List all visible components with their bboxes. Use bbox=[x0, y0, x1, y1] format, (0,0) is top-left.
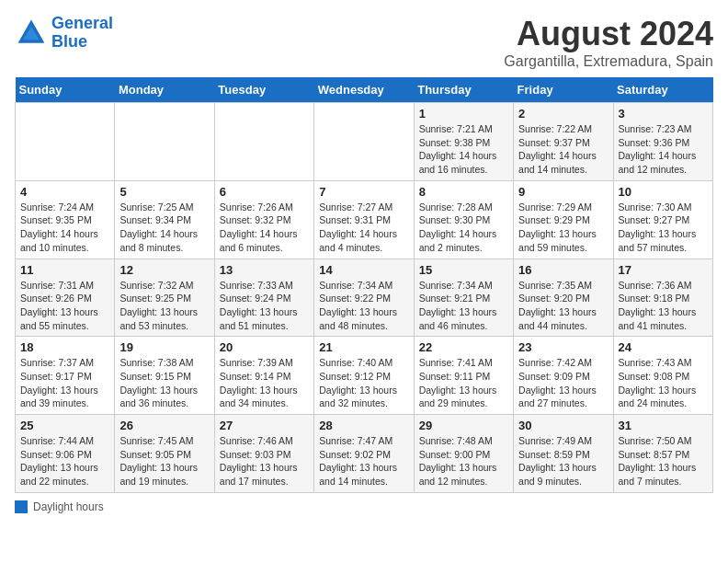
day-info: Sunrise: 7:27 AM Sunset: 9:31 PM Dayligh… bbox=[319, 201, 408, 255]
day-number: 27 bbox=[220, 419, 309, 432]
day-number: 4 bbox=[20, 185, 109, 199]
footer: Daylight hours bbox=[15, 500, 713, 513]
day-info: Sunrise: 7:36 AM Sunset: 9:18 PM Dayligh… bbox=[619, 279, 708, 333]
calendar-cell: 4Sunrise: 7:24 AM Sunset: 9:35 PM Daylig… bbox=[16, 180, 115, 259]
calendar-cell: 3Sunrise: 7:23 AM Sunset: 9:36 PM Daylig… bbox=[613, 103, 712, 181]
calendar-cell: 22Sunrise: 7:41 AM Sunset: 9:11 PM Dayli… bbox=[414, 337, 513, 415]
day-number: 3 bbox=[619, 107, 708, 121]
day-number: 10 bbox=[619, 185, 708, 199]
day-info: Sunrise: 7:50 AM Sunset: 8:57 PM Dayligh… bbox=[619, 434, 708, 488]
day-number: 11 bbox=[20, 263, 109, 277]
day-info: Sunrise: 7:42 AM Sunset: 9:09 PM Dayligh… bbox=[518, 356, 608, 410]
logo-general: General bbox=[51, 14, 113, 32]
day-number: 15 bbox=[419, 263, 508, 277]
day-info: Sunrise: 7:21 AM Sunset: 9:38 PM Dayligh… bbox=[419, 122, 508, 177]
calendar-cell bbox=[214, 103, 313, 181]
weekday-header-friday: Friday bbox=[514, 77, 613, 103]
weekday-header-monday: Monday bbox=[115, 77, 214, 103]
calendar-week-5: 25Sunrise: 7:44 AM Sunset: 9:06 PM Dayli… bbox=[16, 415, 713, 493]
day-number: 2 bbox=[518, 107, 608, 121]
day-number: 1 bbox=[419, 107, 508, 121]
day-info: Sunrise: 7:26 AM Sunset: 9:32 PM Dayligh… bbox=[220, 201, 309, 255]
calendar-cell: 15Sunrise: 7:34 AM Sunset: 9:21 PM Dayli… bbox=[414, 259, 513, 337]
calendar-cell: 23Sunrise: 7:42 AM Sunset: 9:09 PM Dayli… bbox=[514, 337, 613, 415]
calendar-body: 1Sunrise: 7:21 AM Sunset: 9:38 PM Daylig… bbox=[16, 103, 713, 493]
day-number: 13 bbox=[220, 263, 309, 277]
day-info: Sunrise: 7:28 AM Sunset: 9:30 PM Dayligh… bbox=[419, 201, 508, 255]
day-info: Sunrise: 7:40 AM Sunset: 9:12 PM Dayligh… bbox=[319, 356, 408, 410]
weekday-header-thursday: Thursday bbox=[414, 77, 513, 103]
weekday-header-sunday: Sunday bbox=[16, 77, 115, 103]
day-info: Sunrise: 7:43 AM Sunset: 9:08 PM Dayligh… bbox=[619, 356, 708, 410]
calendar-cell: 31Sunrise: 7:50 AM Sunset: 8:57 PM Dayli… bbox=[613, 415, 712, 493]
day-info: Sunrise: 7:34 AM Sunset: 9:22 PM Dayligh… bbox=[319, 279, 408, 333]
day-number: 18 bbox=[20, 340, 109, 354]
weekday-row: SundayMondayTuesdayWednesdayThursdayFrid… bbox=[16, 77, 713, 103]
calendar-cell: 11Sunrise: 7:31 AM Sunset: 9:26 PM Dayli… bbox=[16, 259, 115, 337]
calendar-cell: 21Sunrise: 7:40 AM Sunset: 9:12 PM Dayli… bbox=[314, 337, 414, 415]
calendar-cell: 9Sunrise: 7:29 AM Sunset: 9:29 PM Daylig… bbox=[514, 180, 613, 259]
day-info: Sunrise: 7:45 AM Sunset: 9:05 PM Dayligh… bbox=[119, 434, 209, 488]
logo-text: General Blue bbox=[51, 15, 113, 52]
day-number: 28 bbox=[319, 419, 408, 432]
day-info: Sunrise: 7:25 AM Sunset: 9:34 PM Dayligh… bbox=[119, 201, 209, 255]
calendar-cell: 13Sunrise: 7:33 AM Sunset: 9:24 PM Dayli… bbox=[214, 259, 313, 337]
calendar-cell: 27Sunrise: 7:46 AM Sunset: 9:03 PM Dayli… bbox=[214, 415, 313, 493]
logo-icon bbox=[15, 17, 48, 50]
calendar-cell: 14Sunrise: 7:34 AM Sunset: 9:22 PM Dayli… bbox=[314, 259, 414, 337]
day-info: Sunrise: 7:49 AM Sunset: 8:59 PM Dayligh… bbox=[518, 434, 608, 488]
day-info: Sunrise: 7:38 AM Sunset: 9:15 PM Dayligh… bbox=[119, 356, 209, 410]
subtitle: Gargantilla, Extremadura, Spain bbox=[504, 53, 713, 70]
calendar-cell: 7Sunrise: 7:27 AM Sunset: 9:31 PM Daylig… bbox=[314, 180, 414, 259]
day-number: 20 bbox=[220, 340, 309, 354]
calendar-cell: 20Sunrise: 7:39 AM Sunset: 9:14 PM Dayli… bbox=[214, 337, 313, 415]
day-info: Sunrise: 7:48 AM Sunset: 9:00 PM Dayligh… bbox=[419, 434, 508, 488]
day-info: Sunrise: 7:39 AM Sunset: 9:14 PM Dayligh… bbox=[220, 356, 309, 410]
day-info: Sunrise: 7:32 AM Sunset: 9:25 PM Dayligh… bbox=[119, 279, 209, 333]
day-info: Sunrise: 7:33 AM Sunset: 9:24 PM Dayligh… bbox=[220, 279, 309, 333]
calendar-table: SundayMondayTuesdayWednesdayThursdayFrid… bbox=[15, 77, 713, 493]
calendar-cell: 19Sunrise: 7:38 AM Sunset: 9:15 PM Dayli… bbox=[115, 337, 214, 415]
day-number: 22 bbox=[419, 340, 508, 354]
day-number: 12 bbox=[119, 263, 209, 277]
day-number: 17 bbox=[619, 263, 708, 277]
calendar-cell: 25Sunrise: 7:44 AM Sunset: 9:06 PM Dayli… bbox=[16, 415, 115, 493]
day-info: Sunrise: 7:24 AM Sunset: 9:35 PM Dayligh… bbox=[20, 201, 109, 255]
calendar-cell: 1Sunrise: 7:21 AM Sunset: 9:38 PM Daylig… bbox=[414, 103, 513, 181]
calendar-week-4: 18Sunrise: 7:37 AM Sunset: 9:17 PM Dayli… bbox=[16, 337, 713, 415]
day-number: 31 bbox=[619, 419, 708, 432]
logo: General Blue bbox=[15, 15, 113, 52]
day-number: 29 bbox=[419, 419, 508, 432]
day-number: 19 bbox=[119, 340, 209, 354]
day-number: 30 bbox=[518, 419, 608, 432]
calendar-week-1: 1Sunrise: 7:21 AM Sunset: 9:38 PM Daylig… bbox=[16, 103, 713, 181]
calendar-cell: 30Sunrise: 7:49 AM Sunset: 8:59 PM Dayli… bbox=[514, 415, 613, 493]
day-number: 24 bbox=[619, 340, 708, 354]
calendar-cell: 8Sunrise: 7:28 AM Sunset: 9:30 PM Daylig… bbox=[414, 180, 513, 259]
day-info: Sunrise: 7:37 AM Sunset: 9:17 PM Dayligh… bbox=[20, 356, 109, 410]
day-info: Sunrise: 7:35 AM Sunset: 9:20 PM Dayligh… bbox=[518, 279, 608, 333]
day-number: 26 bbox=[119, 419, 209, 432]
footer-label: Daylight hours bbox=[33, 500, 104, 513]
day-info: Sunrise: 7:30 AM Sunset: 9:27 PM Dayligh… bbox=[619, 201, 708, 255]
calendar-cell: 24Sunrise: 7:43 AM Sunset: 9:08 PM Dayli… bbox=[613, 337, 712, 415]
day-number: 8 bbox=[419, 185, 508, 199]
weekday-header-tuesday: Tuesday bbox=[214, 77, 313, 103]
day-number: 7 bbox=[319, 185, 408, 199]
day-number: 25 bbox=[20, 419, 109, 432]
day-number: 9 bbox=[518, 185, 608, 199]
calendar-cell: 18Sunrise: 7:37 AM Sunset: 9:17 PM Dayli… bbox=[16, 337, 115, 415]
day-number: 14 bbox=[319, 263, 408, 277]
calendar-cell: 17Sunrise: 7:36 AM Sunset: 9:18 PM Dayli… bbox=[613, 259, 712, 337]
day-info: Sunrise: 7:31 AM Sunset: 9:26 PM Dayligh… bbox=[20, 279, 109, 333]
day-info: Sunrise: 7:22 AM Sunset: 9:37 PM Dayligh… bbox=[518, 122, 608, 177]
calendar-cell: 28Sunrise: 7:47 AM Sunset: 9:02 PM Dayli… bbox=[314, 415, 414, 493]
calendar-cell: 10Sunrise: 7:30 AM Sunset: 9:27 PM Dayli… bbox=[613, 180, 712, 259]
calendar-cell bbox=[115, 103, 214, 181]
calendar-cell bbox=[314, 103, 414, 181]
day-info: Sunrise: 7:29 AM Sunset: 9:29 PM Dayligh… bbox=[518, 201, 608, 255]
page-header: General Blue August 2024 Gargantilla, Ex… bbox=[15, 15, 713, 70]
day-number: 23 bbox=[518, 340, 608, 354]
day-info: Sunrise: 7:46 AM Sunset: 9:03 PM Dayligh… bbox=[220, 434, 309, 488]
day-info: Sunrise: 7:44 AM Sunset: 9:06 PM Dayligh… bbox=[20, 434, 109, 488]
